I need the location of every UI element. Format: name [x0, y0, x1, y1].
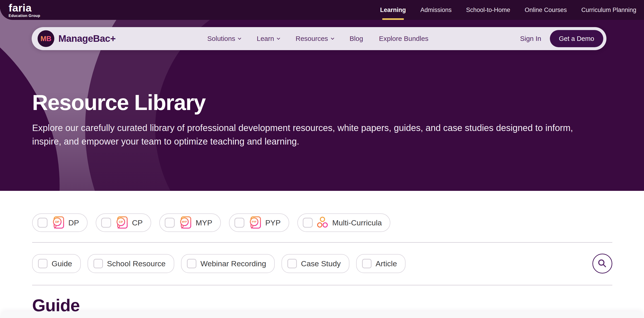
dp-icon-label: DP — [55, 220, 59, 224]
pyp-checkbox[interactable] — [234, 218, 244, 228]
managebac-brand[interactable]: MB ManageBac+ — [38, 30, 116, 47]
managebac-logo-letters: MB — [40, 35, 51, 43]
search-button[interactable] — [592, 254, 612, 274]
chevron-down-icon — [238, 36, 242, 40]
top-nav: Learning Admissions School-to-Home Onlin… — [380, 0, 636, 20]
nav-item-blog[interactable]: Blog — [350, 35, 363, 42]
filter-pill-multi-curricula[interactable]: Multi-Curricula — [297, 213, 390, 232]
article-checkbox[interactable] — [362, 259, 372, 268]
filter-pill-school-resource[interactable]: School Resource — [88, 254, 174, 273]
active-tab-underline — [382, 18, 404, 20]
type-filters-row: Guide School Resource Webinar Recording … — [32, 254, 612, 274]
filter-pill-webinar-recording[interactable]: Webinar Recording — [181, 254, 275, 273]
nav-item-learn[interactable]: Learn — [256, 35, 280, 42]
filter-label: PYP — [265, 218, 280, 227]
topnav-label: Curriculum Planning — [581, 6, 636, 13]
chevron-down-icon — [277, 36, 280, 40]
page: faria Education Group Learning Admission… — [0, 0, 644, 318]
top-bar: faria Education Group Learning Admission… — [0, 0, 644, 20]
case-study-checkbox[interactable] — [288, 259, 297, 268]
guide-checkbox[interactable] — [38, 259, 48, 268]
filter-pill-cp[interactable]: CP CP — [96, 213, 151, 232]
filter-label: MYP — [196, 218, 212, 227]
topnav-label: Admissions — [420, 6, 452, 13]
nav-item-explore-bundles[interactable]: Explore Bundles — [379, 35, 428, 42]
multi-curricula-checkbox[interactable] — [303, 218, 313, 228]
sign-in-link[interactable]: Sign In — [520, 35, 541, 42]
nav-label: Blog — [350, 35, 363, 42]
filter-pill-article[interactable]: Article — [356, 254, 406, 273]
pyp-icon-label: PYP — [252, 221, 256, 223]
nav-item-resources[interactable]: Resources — [296, 35, 334, 42]
topnav-label: Learning — [380, 6, 406, 13]
topnav-item-curriculum-planning[interactable]: Curriculum Planning — [581, 0, 636, 20]
filter-label: Case Study — [301, 259, 341, 268]
nav-item-solutions[interactable]: Solutions — [207, 35, 241, 42]
nav-label: Explore Bundles — [379, 35, 428, 42]
myp-checkbox[interactable] — [165, 218, 175, 228]
brand-name: ManageBac+ — [58, 33, 116, 44]
multi-curricula-icon — [316, 216, 328, 229]
filters-divider — [32, 285, 612, 286]
webinar-recording-checkbox[interactable] — [187, 259, 196, 268]
faria-logo-primary: faria — [8, 2, 40, 13]
nav-label: Resources — [296, 35, 328, 42]
hero-copy: Resource Library Explore our carefully c… — [32, 90, 598, 148]
page-description: Explore our carefully curated library of… — [32, 121, 598, 148]
cp-icon-label: CP — [119, 220, 123, 224]
faria-logo[interactable]: faria Education Group — [8, 2, 40, 18]
filter-label: Multi-Curricula — [332, 218, 382, 227]
cp-program-icon: CP — [115, 216, 128, 230]
filter-pill-myp[interactable]: MYP MYP — [159, 213, 221, 232]
filter-pill-guide[interactable]: Guide — [32, 254, 81, 273]
filter-label: CP — [132, 218, 142, 227]
nav-label: Learn — [256, 35, 274, 42]
results-card-top-edge — [0, 312, 644, 318]
myp-icon-label: MYP — [182, 221, 187, 223]
program-filters-row: DP DP CP CP MY — [32, 191, 612, 232]
page-title: Resource Library — [32, 90, 598, 115]
filter-label: School Resource — [107, 259, 166, 268]
filter-label: Webinar Recording — [200, 259, 266, 268]
filter-pill-case-study[interactable]: Case Study — [282, 254, 350, 273]
nav-label: Solutions — [207, 35, 235, 42]
topnav-item-online-courses[interactable]: Online Courses — [525, 0, 567, 20]
school-resource-checkbox[interactable] — [94, 259, 103, 268]
filter-label: DP — [68, 218, 79, 227]
main-content: DP DP CP CP MY — [0, 191, 644, 315]
topnav-item-school-to-home[interactable]: School-to-Home — [466, 0, 510, 20]
hero-section: faria Education Group Learning Admission… — [0, 0, 644, 191]
filter-pill-dp[interactable]: DP DP — [32, 213, 88, 232]
filters-divider — [32, 242, 612, 243]
myp-program-icon: MYP — [178, 216, 192, 230]
dp-checkbox[interactable] — [38, 218, 48, 228]
filter-label: Guide — [52, 259, 72, 268]
filter-pill-pyp[interactable]: PYP PYP — [229, 213, 289, 232]
product-nav-bar: MB ManageBac+ Solutions Learn Resources — [32, 27, 606, 50]
product-nav-links: Solutions Learn Resources Blog Explore B… — [207, 35, 428, 42]
filter-label: Article — [376, 259, 397, 268]
get-a-demo-button[interactable]: Get a Demo — [550, 30, 603, 47]
topnav-item-admissions[interactable]: Admissions — [420, 0, 452, 20]
cp-checkbox[interactable] — [101, 218, 111, 228]
topnav-item-learning[interactable]: Learning — [380, 0, 406, 20]
search-icon — [598, 259, 607, 268]
managebac-logo-icon: MB — [38, 30, 54, 47]
topnav-label: School-to-Home — [466, 6, 510, 13]
chevron-down-icon — [330, 36, 334, 40]
pyp-program-icon: PYP — [248, 216, 261, 230]
faria-logo-secondary: Education Group — [8, 14, 40, 18]
topnav-label: Online Courses — [525, 6, 567, 13]
dp-program-icon: DP — [51, 216, 64, 230]
